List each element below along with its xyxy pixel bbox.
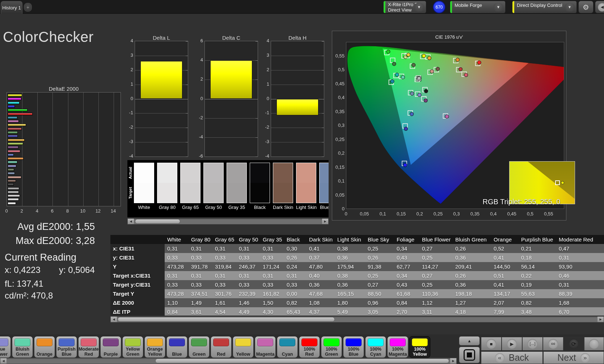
patch-button-red[interactable]: Red bbox=[211, 336, 232, 358]
patch-button-moderate-red[interactable]: Moderate Red bbox=[78, 336, 99, 358]
table-header-cell bbox=[110, 235, 165, 244]
pattern-list-expand-button[interactable]: ▲ bbox=[459, 336, 480, 346]
display-dropdown-label: Direct Display Control bbox=[517, 3, 562, 8]
scroll-left-icon[interactable]: ◀ bbox=[111, 317, 117, 322]
patch-button-magenta[interactable]: Magenta bbox=[255, 336, 276, 358]
delta-right-tick bbox=[322, 128, 324, 128]
table-cell: 0,27 bbox=[419, 244, 453, 253]
patch-button-blue[interactable]: Blue bbox=[166, 336, 187, 358]
table-cell: 88,50 bbox=[365, 289, 394, 298]
table-scroll-thumb[interactable] bbox=[118, 317, 335, 322]
table-row: Target y:CIE310,330,330,330,330,330,330,… bbox=[110, 280, 604, 289]
swatch-item: Gray 35 bbox=[227, 163, 247, 210]
cie-1976-panel: CIE 1976 u'v' bbox=[332, 31, 566, 220]
pattern-size-button[interactable]: [↔] bbox=[522, 337, 543, 351]
patch-button-yellow-green[interactable]: Yellow Green bbox=[122, 336, 143, 358]
continuous-read-button[interactable]: ∞ bbox=[543, 337, 563, 351]
swatch-scrollbar[interactable]: ◀ ▶ bbox=[127, 218, 329, 224]
table-cell: 2,07 bbox=[491, 298, 519, 307]
deltae-chart-title: DeltaE 2000 bbox=[7, 86, 121, 92]
actual-label: Actual bbox=[128, 163, 133, 183]
table-cell: 0,52 bbox=[491, 244, 519, 253]
table-cell: 0,51 bbox=[491, 271, 519, 280]
table-cell: 1,12 bbox=[419, 298, 453, 307]
patch-button-purple[interactable]: Purple bbox=[100, 336, 121, 358]
stop-button[interactable]: ■ bbox=[481, 337, 502, 351]
settings-button[interactable]: ⚙ bbox=[578, 1, 594, 13]
table-header-cell: Foliage bbox=[394, 235, 419, 244]
patch-button-label: Orange Yellow bbox=[147, 347, 163, 357]
scroll-right-icon[interactable]: ▶ bbox=[597, 317, 604, 322]
cie-x-tick: 0,5 bbox=[524, 211, 536, 217]
table-cell: 0,26 bbox=[284, 253, 307, 262]
scroll-right-icon[interactable]: ▶ bbox=[322, 219, 328, 224]
patch-button-yellow[interactable]: Yellow bbox=[233, 336, 254, 358]
table-cell: 0,38 bbox=[335, 271, 365, 280]
deltae-bar bbox=[8, 191, 19, 193]
deltae-bar bbox=[8, 150, 20, 153]
delta-gridline bbox=[135, 142, 188, 142]
patch-button-100-yellow[interactable]: 100% Yellow bbox=[409, 336, 430, 358]
patch-button-orange[interactable]: Orange bbox=[34, 336, 55, 358]
patch-button-100-magenta[interactable]: 100% Magenta bbox=[387, 336, 408, 358]
delta_h-bar bbox=[276, 99, 318, 116]
table-cell: 3,11 bbox=[419, 307, 453, 316]
patch-button-bluish-green[interactable]: Bluish Green bbox=[12, 336, 33, 358]
table-cell: 0,31 bbox=[165, 271, 189, 280]
table-cell: 0,47 bbox=[556, 244, 604, 253]
toolbar-scrollbar[interactable]: ◀ ▶ bbox=[0, 358, 457, 364]
deltae-bar bbox=[8, 187, 19, 190]
deltae-x-tick: 10 bbox=[79, 208, 86, 214]
patch-button-100-blue[interactable]: 100% Blue bbox=[343, 336, 364, 358]
scroll-left-icon[interactable]: ◀ bbox=[0, 358, 7, 364]
swatch-box bbox=[296, 163, 316, 203]
patch-button-green[interactable]: Green bbox=[189, 336, 210, 358]
table-cell: 0,31 bbox=[284, 271, 307, 280]
table-cell: 473,28 bbox=[165, 289, 189, 298]
meter-dropdown[interactable]: X-Rite i1Pro 3 Direct View ▼ bbox=[383, 1, 426, 13]
patch-button-100-cyan[interactable]: 100% Cyan bbox=[365, 336, 386, 358]
patch-button-blue-flower[interactable]: Blue Flower bbox=[0, 336, 11, 358]
deltae-plot bbox=[7, 92, 121, 206]
tab-history-1[interactable]: History 1 bbox=[1, 1, 22, 14]
blank-transport-button[interactable] bbox=[584, 337, 604, 351]
deltae-bar bbox=[8, 128, 22, 130]
back-button[interactable]: « Back bbox=[481, 351, 543, 364]
scroll-left-icon[interactable]: ◀ bbox=[128, 219, 134, 224]
table-header-cell: Blue Flower bbox=[419, 235, 453, 244]
deltae-bar bbox=[8, 142, 23, 145]
patch-button-purplish-blue[interactable]: Purplish Blue bbox=[56, 336, 77, 358]
cie-y-tick: 0,05 bbox=[333, 192, 345, 198]
table-scrollbar[interactable]: ◀ ▶ bbox=[110, 316, 604, 322]
scroll-right-icon[interactable]: ▶ bbox=[450, 358, 456, 364]
swatch-item: Blue Sky bbox=[319, 163, 329, 210]
table-row: ΔE 20001,101,491,611,461,500,821,081,800… bbox=[110, 298, 604, 307]
swatch-target bbox=[227, 183, 246, 203]
table-cell: 0,37 bbox=[307, 253, 335, 262]
patch-button-orange-yellow[interactable]: Orange Yellow bbox=[144, 336, 165, 358]
patch-button-100-green[interactable]: 100% Green bbox=[321, 336, 342, 358]
play-button[interactable]: ▶ bbox=[502, 337, 522, 351]
table-cell: 0,43 bbox=[394, 280, 419, 289]
table-cell: 110,36 bbox=[419, 289, 453, 298]
meter-count-badge[interactable]: 670 bbox=[433, 1, 445, 13]
patch-button-100-red[interactable]: 100% Red bbox=[299, 336, 320, 358]
patch-button-cyan[interactable]: Cyan bbox=[277, 336, 298, 358]
pattern-window-button[interactable] bbox=[459, 347, 480, 363]
table-header-cell: Bluish Green bbox=[453, 235, 491, 244]
display-control-dropdown[interactable]: Direct Display Control ▼ bbox=[512, 1, 577, 13]
collapse-panel-button[interactable]: ◀ bbox=[595, 1, 604, 13]
source-dropdown[interactable]: Mobile Forge ▼ bbox=[450, 1, 506, 13]
swatch-scroll-thumb[interactable] bbox=[135, 219, 180, 224]
pattern-toolbar: Blue FlowerBluish GreenOrangePurplish Bl… bbox=[0, 334, 604, 364]
table-cell: 3,61 bbox=[189, 307, 212, 316]
toolbar-scroll-thumb[interactable] bbox=[155, 359, 449, 363]
swatch-box bbox=[180, 163, 200, 203]
swatch-actual bbox=[296, 163, 316, 183]
table-cell: 301,76 bbox=[212, 289, 236, 298]
delta-y-tick: 2 bbox=[258, 67, 269, 72]
next-button[interactable]: Next » bbox=[543, 351, 604, 364]
swatch-target bbox=[157, 183, 177, 203]
loop-button[interactable]: ⟳ bbox=[563, 337, 584, 351]
add-tab-button[interactable]: + bbox=[24, 3, 32, 12]
